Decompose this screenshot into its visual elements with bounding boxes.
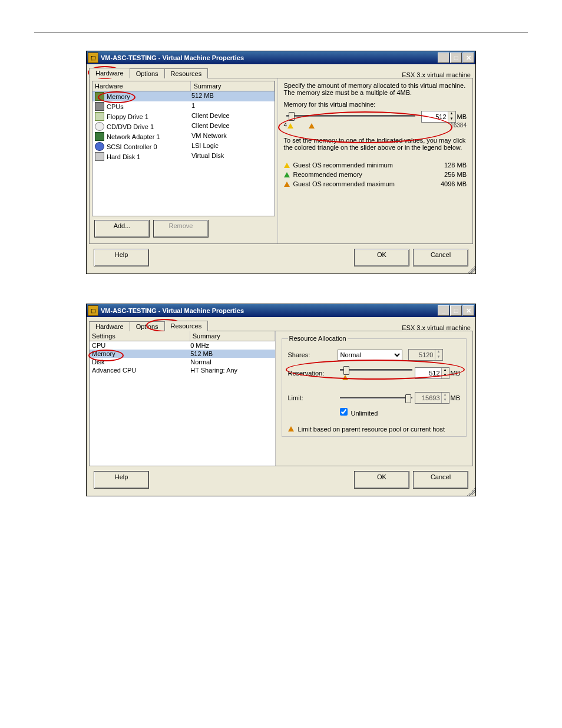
scale-max: 16384	[450, 122, 467, 129]
app-icon: ⬚	[88, 52, 98, 63]
shares-label: Shares:	[288, 351, 338, 358]
limit-note: Limit based on parent resource pool or c…	[298, 426, 445, 433]
row-scsi[interactable]: SCSI Controller 0LSI Logic	[92, 141, 275, 151]
ok-button[interactable]: OK	[354, 249, 409, 266]
tab-resources[interactable]: Resources	[164, 68, 209, 78]
legend-min-icon[interactable]	[284, 163, 290, 168]
col-hardware: Hardware	[92, 81, 191, 91]
close-button[interactable]: ✕	[462, 305, 474, 316]
hdd-icon	[95, 152, 104, 161]
memory-icon	[95, 92, 104, 101]
limit-label: Limit:	[288, 394, 338, 401]
settings-list: Settings Summary CPU0 MHz Memory512 MB D…	[90, 331, 275, 466]
row-memory[interactable]: Memory512 MB	[90, 350, 275, 358]
row-cddvd[interactable]: CD/DVD Drive 1Client Device	[92, 121, 275, 131]
min-marker-icon[interactable]	[287, 123, 293, 129]
minimize-button[interactable]: _	[438, 305, 449, 316]
row-nic[interactable]: Network Adapter 1VM Network	[92, 131, 275, 141]
reservation-spinner[interactable]: ▲▼	[415, 367, 449, 379]
hardware-list: Hardware Summary Memory512 MB CPUs1 Flop…	[92, 81, 275, 216]
floppy-icon	[95, 112, 104, 121]
vm-properties-window-resources: ⬚ VM-ASC-TESTING - Virtual Machine Prope…	[86, 304, 476, 496]
cd-icon	[95, 122, 104, 131]
limit-spinner: ▲▼	[415, 392, 449, 404]
col-summary: Summary	[191, 81, 274, 91]
memory-slider[interactable]	[286, 111, 415, 120]
esx-version-label: ESX 3.x virtual machine	[207, 324, 473, 331]
reservation-slider[interactable]	[340, 365, 412, 374]
remove-button: Remove	[153, 220, 209, 238]
network-icon	[95, 132, 104, 141]
scale-min: 4	[284, 122, 287, 129]
max-marker-icon[interactable]	[309, 123, 315, 129]
row-hdd[interactable]: Hard Disk 1Virtual Disk	[92, 151, 275, 162]
row-cpus[interactable]: CPUs1	[92, 101, 275, 111]
window-title: VM-ASC-TESTING - Virtual Machine Propert…	[101, 54, 438, 61]
row-advanced-cpu[interactable]: Advanced CPUHT Sharing: Any	[90, 366, 275, 374]
maximize-button[interactable]: □	[450, 305, 462, 316]
titlebar[interactable]: ⬚ VM-ASC-TESTING - Virtual Machine Prope…	[87, 304, 475, 317]
resize-grip[interactable]	[467, 487, 475, 496]
resource-allocation-group: Resource Allocation Shares: Normal ▲▼ Re…	[282, 335, 467, 437]
legend-rec-icon[interactable]	[284, 172, 290, 177]
col-summary: Summary	[190, 331, 275, 341]
memory-legend: Guest OS recommended minimum128 MB Recom…	[284, 160, 467, 189]
scsi-icon	[95, 142, 104, 151]
app-icon: ⬚	[88, 305, 98, 316]
tab-hardware[interactable]: Hardware	[89, 68, 130, 78]
help-button[interactable]: Help	[94, 249, 149, 266]
row-disk[interactable]: DiskNormal	[90, 358, 275, 366]
close-button[interactable]: ✕	[462, 52, 474, 63]
window-title: VM-ASC-TESTING - Virtual Machine Propert…	[101, 307, 438, 314]
row-memory[interactable]: Memory512 MB	[92, 91, 275, 101]
legend-max-icon[interactable]	[284, 182, 290, 187]
cancel-button[interactable]: Cancel	[413, 471, 468, 489]
memory-field-label: Memory for this virtual machine:	[284, 101, 467, 108]
memory-unit: MB	[457, 113, 467, 120]
reservation-label: Reservation:	[288, 370, 338, 377]
esx-version-label: ESX 3.x virtual machine	[207, 71, 473, 78]
memory-spinner[interactable]: ▲▼	[421, 111, 456, 123]
ok-button[interactable]: OK	[354, 471, 409, 489]
help-button[interactable]: Help	[94, 471, 149, 489]
limit-unit: MB	[451, 394, 461, 401]
reservation-unit: MB	[451, 370, 461, 377]
add-button[interactable]: Add...	[94, 220, 150, 238]
unlimited-checkbox[interactable]: Unlimited	[338, 406, 378, 417]
row-floppy[interactable]: Floppy Drive 1Client Device	[92, 111, 275, 121]
shares-spinner: ▲▼	[408, 349, 443, 361]
cpu-icon	[95, 102, 104, 111]
shares-select[interactable]: Normal	[338, 350, 402, 361]
memory-note: To set the memory to one of the indicate…	[284, 137, 467, 151]
col-settings: Settings	[90, 331, 190, 341]
resize-grip[interactable]	[467, 265, 475, 274]
limit-note-icon	[288, 426, 294, 431]
cancel-button[interactable]: Cancel	[413, 249, 468, 266]
titlebar[interactable]: ⬚ VM-ASC-TESTING - Virtual Machine Prope…	[87, 51, 475, 64]
tab-hardware[interactable]: Hardware	[89, 321, 130, 331]
limit-slider	[340, 394, 412, 402]
minimize-button[interactable]: _	[438, 52, 449, 63]
reservation-marker-icon[interactable]	[342, 375, 348, 380]
tab-resources[interactable]: Resources	[164, 321, 209, 331]
vm-properties-window-hardware: ⬚ VM-ASC-TESTING - Virtual Machine Prope…	[86, 51, 476, 274]
maximize-button[interactable]: □	[450, 52, 462, 63]
group-title: Resource Allocation	[288, 335, 348, 342]
row-cpu[interactable]: CPU0 MHz	[90, 341, 275, 350]
tab-options[interactable]: Options	[130, 321, 165, 331]
memory-description: Specify the amount of memory allocated t…	[284, 82, 467, 96]
tab-options[interactable]: Options	[130, 68, 165, 78]
